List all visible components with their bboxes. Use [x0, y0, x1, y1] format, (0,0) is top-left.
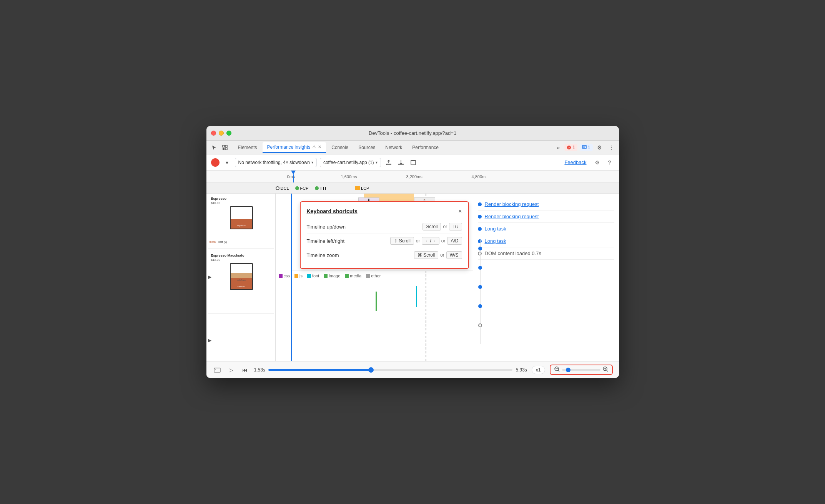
shortcuts-title: Keyboard shortcuts — [307, 208, 358, 214]
more-tabs-button[interactable]: » — [554, 144, 562, 151]
tab-performance-insights[interactable]: Performance insights ⚠ ✕ — [263, 142, 326, 153]
key-scroll-1: Scroll — [422, 223, 441, 230]
tab-elements[interactable]: Elements — [233, 143, 262, 153]
feedback-link[interactable]: Feedback — [564, 159, 586, 165]
expand-arrow-2[interactable]: ▶ — [208, 338, 211, 343]
record-dropdown-icon[interactable]: ▾ — [223, 158, 232, 167]
tab-console[interactable]: Console — [327, 143, 353, 153]
insight-dot-2 — [478, 215, 482, 219]
time-range: 1.53s 5.93s — [254, 367, 527, 373]
url-dropdown-arrow-icon: ▾ — [376, 160, 378, 164]
download-icon[interactable] — [396, 158, 406, 167]
minimize-button[interactable] — [219, 131, 224, 136]
macchiato-handle — [252, 270, 253, 279]
tab-bar: Elements Performance insights ⚠ ✕ Consol… — [206, 141, 619, 154]
url-selector-dropdown[interactable]: coffee-cart.netlify.app (1) ▾ — [320, 158, 381, 167]
time-mark-3: 4,800m — [472, 174, 486, 179]
key-arrows-2: ←/→ — [422, 237, 439, 245]
espresso-name: Espresso — [211, 197, 272, 201]
shortcut-zoom-keys: ⌘ Scroll or W/S — [414, 251, 462, 259]
key-ad: A/D — [447, 237, 462, 245]
insight-dom-label: DOM content loaded 0.7s — [485, 250, 541, 256]
messages-badge[interactable]: 1 — [580, 144, 593, 151]
timeline-header: 0ms 1,600ms 3,200ms 4,800m — [206, 171, 619, 183]
insight-dot-3 — [478, 227, 482, 231]
toolbar: ▾ No network throttling, 4× slowdown ▾ c… — [206, 154, 619, 171]
legend-js: js — [294, 274, 303, 278]
screenshot-toggle-icon[interactable] — [213, 365, 222, 375]
help-icon[interactable]: ? — [605, 158, 614, 167]
slider-fill — [268, 369, 371, 371]
image-color — [324, 274, 328, 278]
shortcut-updown-label: Timeline up/down — [307, 224, 346, 230]
cursor-icon[interactable] — [210, 143, 219, 152]
espresso-price: $10.00 — [211, 201, 272, 205]
timeline-slider[interactable] — [268, 369, 513, 371]
slider-thumb[interactable] — [368, 367, 374, 373]
insight-dot-1 — [478, 202, 482, 206]
warning-icon: ⚠ — [312, 144, 316, 149]
tab-sources[interactable]: Sources — [354, 143, 380, 153]
legend-image: image — [324, 274, 340, 278]
font-color — [307, 274, 311, 278]
close-button[interactable] — [211, 131, 216, 136]
upload-icon[interactable] — [384, 158, 393, 167]
tab-close-icon[interactable]: ✕ — [318, 144, 321, 149]
skip-to-start-button[interactable]: ⏮ — [240, 365, 249, 375]
settings-icon[interactable]: ⚙ — [595, 143, 604, 152]
legend-font: font — [307, 274, 319, 278]
traffic-lights — [211, 131, 231, 136]
macchiato-cup: espresso milk foam — [230, 263, 253, 290]
devtools-window: DevTools - coffee-cart.netlify.app/?ad=1… — [206, 126, 619, 378]
insight-link-2[interactable]: Render blocking request — [485, 214, 539, 219]
svg-rect-8 — [411, 161, 416, 165]
legend-media: media — [345, 274, 361, 278]
playhead-main — [291, 194, 292, 361]
tab-performance[interactable]: Performance — [408, 143, 443, 153]
zoom-out-icon[interactable] — [554, 366, 560, 373]
speed-button[interactable]: x1 — [532, 366, 545, 374]
shortcuts-close-button[interactable]: × — [458, 208, 462, 214]
zoom-thumb[interactable] — [566, 368, 571, 372]
settings-gear-icon[interactable]: ⚙ — [593, 158, 602, 167]
or-4: or — [440, 252, 444, 258]
zoom-slider[interactable] — [562, 369, 600, 371]
more-options-icon[interactable]: ⋮ — [607, 143, 616, 152]
zoom-controls — [550, 365, 613, 375]
dcl-icon — [276, 186, 279, 190]
shortcut-updown-keys: Scroll or ↑/↓ — [422, 223, 462, 230]
playhead-triangle — [291, 171, 296, 174]
play-button[interactable]: ▷ — [226, 365, 236, 375]
insight-item-5: DOM content loaded 0.7s — [478, 247, 614, 260]
tab-network[interactable]: Network — [381, 143, 407, 153]
dot-2 — [478, 266, 482, 270]
time-start-label: 1.53s — [254, 367, 265, 373]
expand-arrow-1[interactable]: ▶ — [208, 274, 211, 280]
shortcut-leftright-label: Timeline left/right — [307, 238, 345, 244]
or-2: or — [416, 238, 420, 244]
espresso-cup: espresso — [230, 206, 253, 229]
dot-4 — [478, 304, 482, 308]
errors-badge[interactable]: ✕ 1 — [564, 144, 577, 151]
main-content: 0ms 1,600ms 3,200ms 4,800m DCL FCP TTI — [206, 171, 619, 361]
legend-css: css — [279, 274, 290, 278]
inspect-icon[interactable] — [220, 143, 230, 152]
title-bar: DevTools - coffee-cart.netlify.app/?ad=1 — [206, 126, 619, 141]
insights-timeline-line — [480, 240, 481, 344]
network-throttle-dropdown[interactable]: No network throttling, 4× slowdown ▾ — [235, 158, 317, 167]
keyboard-shortcuts-overlay: Keyboard shortcuts × Timeline up/down Sc… — [300, 201, 469, 269]
zoom-in-icon[interactable] — [603, 366, 608, 373]
or-3: or — [441, 238, 446, 244]
record-button[interactable] — [211, 158, 220, 167]
or-1: or — [443, 224, 447, 229]
maximize-button[interactable] — [226, 131, 231, 136]
fcp-marker: FCP — [295, 186, 309, 191]
dropdown-arrow-icon: ▾ — [311, 160, 313, 164]
delete-icon[interactable] — [409, 158, 418, 167]
insight-link-3[interactable]: Long task — [485, 226, 506, 232]
insight-link-4[interactable]: Long task — [485, 238, 506, 244]
insight-link-1[interactable]: Render blocking request — [485, 201, 539, 207]
shortcut-updown: Timeline up/down Scroll or ↑/↓ — [307, 220, 462, 234]
media-color — [345, 274, 349, 278]
time-marks: 0ms 1,600ms 3,200ms 4,800m — [276, 171, 619, 182]
